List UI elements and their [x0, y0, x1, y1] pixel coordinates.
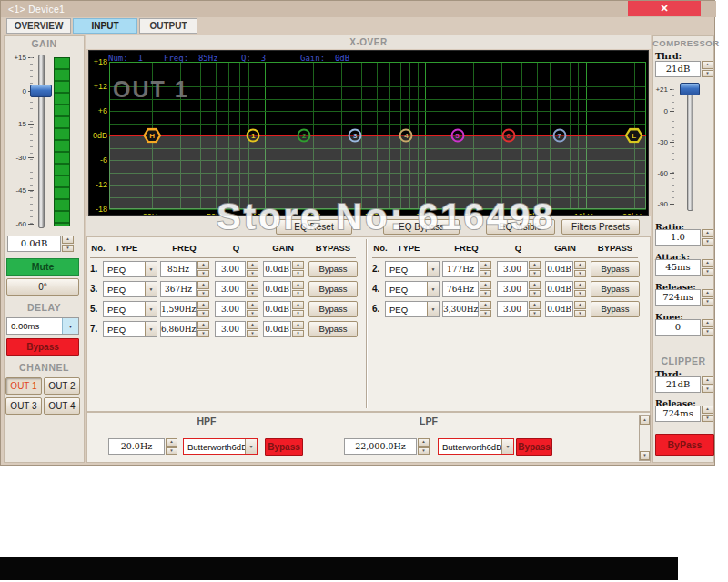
eq-4-q-stepper[interactable]: ▲▼	[529, 281, 541, 297]
eq-7-gain-value[interactable]: 0.0dB	[263, 321, 291, 337]
eq-3-freq-stepper[interactable]: ▲▼	[197, 281, 209, 297]
comp-slider-handle[interactable]	[680, 83, 700, 95]
comp-attack-value[interactable]: 45ms	[655, 259, 701, 276]
eq-1-gain-stepper[interactable]: ▲▼	[292, 261, 304, 277]
eq-5-freq-value[interactable]: 1,590Hz	[160, 301, 197, 317]
spin-up-icon[interactable]: ▲	[702, 319, 713, 327]
spin-down-icon[interactable]: ▼	[702, 238, 713, 246]
spin-up-icon[interactable]: ▲	[197, 281, 209, 289]
spin-up-icon[interactable]: ▲	[529, 301, 541, 309]
clip-release-value[interactable]: 724ms	[655, 406, 701, 422]
eq-3-freq-value[interactable]: 367Hz	[160, 281, 197, 297]
eq-6-bypass-button[interactable]: Bypass	[591, 301, 640, 317]
eq-2-freq-value[interactable]: 177Hz	[442, 261, 479, 277]
channel-button-out-2[interactable]: OUT 2	[44, 377, 80, 395]
spin-down-icon[interactable]: ▼	[197, 310, 209, 318]
eq-5-q-stepper[interactable]: ▲▼	[247, 301, 258, 317]
spin-up-icon[interactable]: ▲	[292, 281, 304, 289]
spin-up-icon[interactable]: ▲	[574, 261, 586, 269]
spin-down-icon[interactable]: ▼	[574, 270, 586, 278]
xover-marker-2[interactable]: 2	[298, 129, 311, 143]
scroll-down-icon[interactable]: ▼	[640, 451, 650, 460]
spin-up-icon[interactable]: ▲	[292, 301, 304, 309]
hpf-freq-stepper[interactable]: ▲▼	[166, 438, 177, 455]
tab-overview[interactable]: OVERVIEW	[6, 18, 71, 34]
xover-marker-4[interactable]: 4	[399, 129, 413, 143]
close-button[interactable]: ✕	[628, 1, 701, 16]
eq-2-gain-stepper[interactable]: ▲▼	[574, 261, 586, 277]
spin-up-icon[interactable]: ▲	[702, 229, 713, 237]
dropdown-arrow-icon[interactable]: ▼	[427, 282, 439, 296]
lpf-freq-value[interactable]: 22,000.0Hz	[344, 438, 417, 455]
dropdown-arrow-icon[interactable]: ▼	[245, 439, 257, 454]
eq-6-q-value[interactable]: 3.00	[497, 301, 528, 317]
clip-thrd-stepper[interactable]: ▲▼	[702, 376, 713, 393]
spin-down-icon[interactable]: ▼	[292, 270, 304, 278]
dropdown-arrow-icon[interactable]: ▼	[145, 262, 157, 276]
dropdown-arrow-icon[interactable]: ▼	[501, 439, 513, 454]
eq-4-type-select[interactable]: PEQ▼	[385, 281, 440, 297]
spin-up-icon[interactable]: ▲	[480, 281, 491, 289]
eq-4-gain-stepper[interactable]: ▲▼	[574, 281, 586, 297]
eq-7-q-stepper[interactable]: ▲▼	[247, 321, 258, 337]
spin-down-icon[interactable]: ▼	[292, 310, 304, 318]
spin-down-icon[interactable]: ▼	[62, 245, 74, 253]
spin-down-icon[interactable]: ▼	[480, 290, 491, 298]
eq-3-type-select[interactable]: PEQ▼	[103, 281, 157, 297]
spin-down-icon[interactable]: ▼	[166, 447, 177, 456]
eq-1-type-select[interactable]: PEQ▼	[103, 261, 157, 277]
eq-1-freq-stepper[interactable]: ▲▼	[197, 261, 209, 277]
spin-down-icon[interactable]: ▼	[247, 310, 258, 318]
spin-up-icon[interactable]: ▲	[702, 259, 713, 267]
lpf-type-select[interactable]: Butterworth6dB▼	[438, 438, 514, 455]
eq-4-q-value[interactable]: 3.00	[497, 281, 528, 297]
gain-stepper[interactable]: ▲▼	[62, 236, 74, 252]
eq-3-bypass-button[interactable]: Bypass	[308, 281, 358, 297]
dropdown-arrow-icon[interactable]: ▼	[145, 302, 157, 316]
eq-2-freq-stepper[interactable]: ▲▼	[480, 261, 491, 277]
eq-4-bypass-button[interactable]: Bypass	[591, 281, 640, 297]
spin-up-icon[interactable]: ▲	[702, 376, 713, 385]
eq-5-bypass-button[interactable]: Bypass	[308, 301, 358, 317]
spin-down-icon[interactable]: ▼	[480, 270, 491, 278]
comp-attack-stepper[interactable]: ▲▼	[702, 259, 713, 276]
eq-1-bypass-button[interactable]: Bypass	[308, 261, 358, 277]
spin-down-icon[interactable]: ▼	[702, 328, 713, 336]
spin-up-icon[interactable]: ▲	[480, 301, 491, 309]
comp-thrd-value[interactable]: 21dB	[655, 61, 701, 77]
dropdown-arrow-icon[interactable]: ▼	[427, 302, 439, 316]
comp-slider-track[interactable]	[687, 84, 693, 211]
channel-button-out-4[interactable]: OUT 4	[44, 397, 80, 415]
comp-thrd-stepper[interactable]: ▲▼	[702, 61, 713, 77]
channel-button-out-3[interactable]: OUT 3	[5, 397, 42, 415]
comp-knee-value[interactable]: 0	[655, 319, 701, 336]
xover-marker-1[interactable]: 1	[247, 129, 260, 143]
eq-3-gain-stepper[interactable]: ▲▼	[292, 281, 304, 297]
tab-output[interactable]: OUTPUT	[139, 18, 197, 34]
eq-3-gain-value[interactable]: 0.0dB	[263, 281, 291, 297]
comp-knee-stepper[interactable]: ▲▼	[702, 319, 713, 336]
eq-7-bypass-button[interactable]: Bypass	[308, 321, 358, 337]
eq-3-q-value[interactable]: 3.00	[215, 281, 246, 297]
spin-down-icon[interactable]: ▼	[529, 270, 541, 278]
spin-down-icon[interactable]: ▼	[574, 290, 586, 298]
eq-7-type-select[interactable]: PEQ▼	[103, 321, 157, 337]
dropdown-arrow-icon[interactable]: ▼	[145, 282, 157, 296]
eq-4-freq-stepper[interactable]: ▲▼	[480, 281, 491, 297]
spin-down-icon[interactable]: ▼	[197, 330, 209, 338]
lpf-freq-stepper[interactable]: ▲▼	[418, 438, 430, 455]
spin-down-icon[interactable]: ▼	[247, 290, 258, 298]
spin-down-icon[interactable]: ▼	[197, 290, 209, 298]
spin-down-icon[interactable]: ▼	[529, 310, 541, 318]
filter-scrollbar[interactable]: ▲▼	[639, 415, 651, 461]
spin-up-icon[interactable]: ▲	[247, 301, 258, 309]
spin-up-icon[interactable]: ▲	[480, 261, 491, 269]
spin-up-icon[interactable]: ▲	[529, 261, 541, 269]
dropdown-arrow-icon[interactable]: ▼	[427, 262, 439, 276]
spin-up-icon[interactable]: ▲	[197, 301, 209, 309]
spin-up-icon[interactable]: ▲	[247, 321, 258, 329]
eq-4-freq-value[interactable]: 764Hz	[442, 281, 479, 297]
spin-up-icon[interactable]: ▲	[529, 281, 541, 289]
eq-6-gain-value[interactable]: 0.0dB	[545, 301, 573, 317]
spin-up-icon[interactable]: ▲	[197, 261, 209, 269]
